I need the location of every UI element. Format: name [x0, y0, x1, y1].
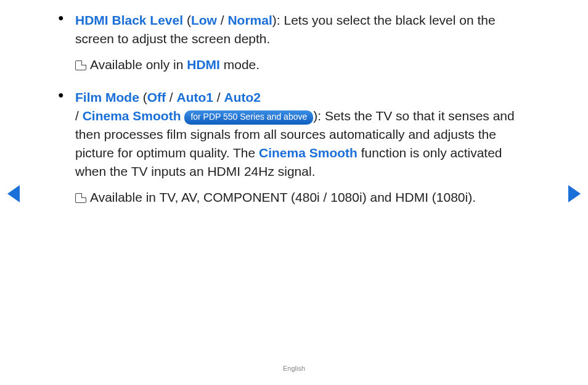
nav-next-icon[interactable]	[568, 185, 581, 202]
note-text-pre: Available only in	[90, 57, 187, 72]
bullet-hdmi-black-level: HDMI Black Level (Low / Normal): Lets yo…	[75, 11, 533, 73]
footer-language: English	[0, 364, 588, 374]
option-auto2: Auto2	[224, 90, 261, 104]
line2-sep: /	[75, 109, 83, 123]
open-paren: (	[183, 13, 191, 27]
note-film-mode: Available in TV, AV, COMPONENT (480i / 1…	[75, 188, 533, 207]
option-low: Low	[191, 13, 217, 27]
term-cinema-smooth: Cinema Smooth	[83, 109, 181, 123]
bullet-list: HDMI Black Level (Low / Normal): Lets yo…	[55, 11, 533, 206]
option-auto1: Auto1	[177, 90, 214, 104]
term-cinema-smooth-2: Cinema Smooth	[259, 146, 357, 160]
term-film-mode: Film Mode	[75, 90, 139, 104]
bullet-film-mode: Film Mode (Off / Auto1 / Auto2 / Cinema …	[75, 88, 533, 206]
opt-sep: /	[166, 90, 177, 104]
opt-sep: /	[213, 90, 224, 104]
nav-prev-icon[interactable]	[7, 185, 20, 202]
opt-sep: /	[217, 13, 228, 27]
note-term-hdmi: HDMI	[187, 57, 220, 72]
open-paren: (	[139, 90, 147, 104]
option-normal: Normal	[227, 13, 272, 27]
note-icon	[75, 60, 86, 70]
page-content: HDMI Black Level (Low / Normal): Lets yo…	[0, 0, 588, 206]
term-hdmi-black-level: HDMI Black Level	[75, 13, 183, 27]
note-icon	[75, 193, 86, 203]
note-hdmi-black-level: Available only in HDMI mode.	[75, 56, 533, 74]
note-text-post: mode.	[220, 57, 259, 72]
close-paren: )	[272, 13, 277, 27]
note-text: Available in TV, AV, COMPONENT (480i / 1…	[90, 190, 476, 204]
badge-pdp-550: for PDP 550 Series and above	[184, 110, 313, 125]
option-off: Off	[147, 90, 166, 104]
